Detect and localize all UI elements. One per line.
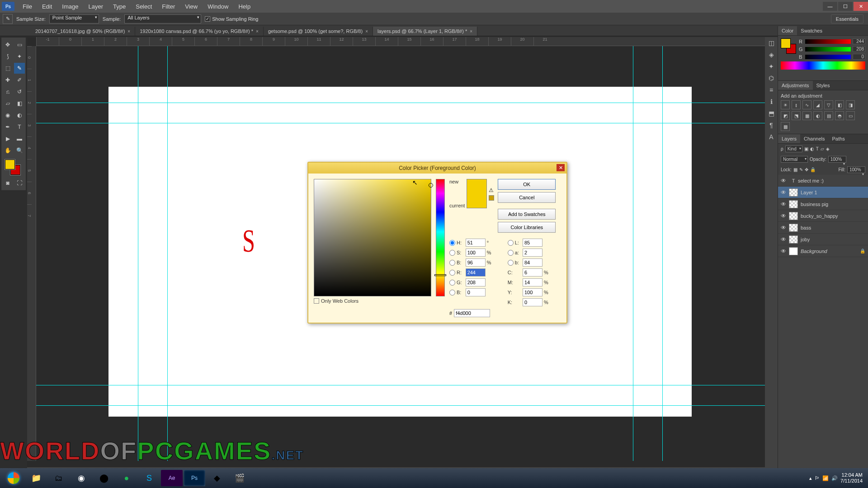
- sample-size-dropdown[interactable]: Point Sample: [49, 14, 99, 23]
- panel-icon[interactable]: ≡: [765, 84, 778, 96]
- menu-file[interactable]: File: [18, 1, 37, 12]
- visibility-icon[interactable]: 👁: [778, 201, 789, 207]
- adj-lookup-icon[interactable]: ▦: [802, 111, 811, 120]
- zoom-tool[interactable]: 🔍: [14, 145, 25, 156]
- visibility-icon[interactable]: 👁: [778, 189, 789, 196]
- menu-select[interactable]: Select: [131, 1, 156, 12]
- menu-edit[interactable]: Edit: [38, 1, 57, 12]
- dialog-close-button[interactable]: ✕: [557, 164, 565, 171]
- marquee-tool[interactable]: ▭: [14, 39, 25, 50]
- tab-styles[interactable]: Styles: [813, 81, 834, 90]
- menu-window[interactable]: Window: [203, 1, 233, 12]
- ruler-horizontal[interactable]: -10123456789101112131415161718192021: [36, 37, 771, 46]
- guide[interactable]: [36, 405, 771, 406]
- guide[interactable]: [36, 103, 771, 103]
- adj-thresh-icon[interactable]: ◓: [835, 111, 844, 120]
- adj-chanmix-icon[interactable]: ⬔: [792, 111, 801, 120]
- visibility-icon[interactable]: 👁: [778, 236, 789, 243]
- websafe-swatch[interactable]: [489, 195, 494, 201]
- spectrum-bar[interactable]: [781, 61, 865, 70]
- visibility-icon[interactable]: 👁: [778, 225, 789, 231]
- y-field[interactable]: [523, 288, 542, 296]
- tray-net-icon[interactable]: 📶: [822, 475, 829, 481]
- heal-tool[interactable]: ✚: [2, 75, 13, 85]
- adj-brightness-icon[interactable]: ☀: [781, 100, 790, 109]
- tab-paths[interactable]: Paths: [829, 134, 849, 143]
- wand-tool[interactable]: ✦: [14, 51, 25, 62]
- adj-curves-icon[interactable]: ∿: [802, 100, 811, 109]
- guide[interactable]: [633, 46, 633, 461]
- new-current-swatch[interactable]: [467, 179, 487, 208]
- shape-tool[interactable]: ▬: [14, 133, 25, 144]
- eyedropper-icon[interactable]: ✎: [3, 14, 13, 24]
- visibility-icon[interactable]: 👁: [778, 178, 789, 184]
- layer-row[interactable]: 👁bass: [778, 222, 868, 234]
- panel-icon[interactable]: A: [765, 131, 778, 143]
- path-select-tool[interactable]: ▶: [2, 133, 13, 144]
- color-libraries-button[interactable]: Color Libraries: [498, 222, 556, 233]
- close-icon[interactable]: ×: [365, 29, 368, 34]
- add-swatches-button[interactable]: Add to Swatches: [498, 209, 556, 220]
- tab-channels[interactable]: Channels: [800, 134, 828, 143]
- clock[interactable]: 12:04 AM 7/11/2014: [840, 472, 865, 484]
- guide[interactable]: [662, 46, 663, 461]
- doc-tab-2[interactable]: getsome.psd @ 100% (get some?, RGB/8)×: [264, 27, 373, 36]
- adj-photo-icon[interactable]: ◩: [781, 111, 790, 120]
- opacity-field[interactable]: 100%: [828, 156, 846, 163]
- panel-icon[interactable]: ◫: [765, 37, 778, 49]
- screenmode-tool[interactable]: ⛶: [14, 178, 25, 188]
- guide[interactable]: [36, 385, 771, 385]
- photoshop-task-icon[interactable]: Ps: [184, 470, 205, 486]
- ae-icon[interactable]: Ae: [161, 470, 183, 486]
- chrome-icon[interactable]: ◉: [71, 470, 92, 486]
- tab-color[interactable]: Color: [778, 26, 797, 35]
- tray-flag-icon[interactable]: 🏳: [815, 475, 820, 481]
- menu-filter[interactable]: Filter: [157, 1, 179, 12]
- adj-bw-icon[interactable]: ◨: [846, 100, 855, 109]
- layer-thumb[interactable]: [789, 188, 798, 197]
- doc-tab-3[interactable]: layers.psd @ 66.7% (Layer 1, RGB/8#) *×: [373, 27, 477, 36]
- b-radio[interactable]: [449, 260, 455, 266]
- saturation-value-field[interactable]: [314, 179, 431, 296]
- panel-icon[interactable]: ◈: [765, 49, 778, 61]
- layer-row[interactable]: 👁bucky_so_happy: [778, 210, 868, 222]
- dialog-titlebar[interactable]: Color Picker (Foreground Color) ✕: [308, 163, 566, 174]
- panel-icon[interactable]: ⌬: [765, 72, 778, 84]
- c-field[interactable]: [523, 268, 542, 277]
- layer-name[interactable]: joby: [801, 237, 810, 242]
- cancel-button[interactable]: Cancel: [498, 192, 556, 203]
- steam-icon[interactable]: ⬤: [93, 470, 115, 486]
- pen-tool[interactable]: ✒: [2, 122, 13, 132]
- ok-button[interactable]: OK: [498, 179, 556, 190]
- tab-adjustments[interactable]: Adjustments: [778, 81, 813, 90]
- web-colors-checkbox[interactable]: Only Web Colors: [314, 298, 431, 304]
- layer-row[interactable]: 👁Background🔒: [778, 245, 868, 257]
- dodge-tool[interactable]: ◐: [14, 110, 25, 121]
- start-button[interactable]: [3, 470, 24, 486]
- guide[interactable]: [36, 123, 771, 123]
- hue-slider[interactable]: [436, 179, 445, 296]
- layer-thumb[interactable]: [789, 235, 798, 244]
- doc-tab-0[interactable]: 20140707_161618.jpg @ 50% (RGB/8#)×: [31, 27, 135, 36]
- lock-pixel-icon[interactable]: ✎: [799, 167, 803, 172]
- blur-tool[interactable]: ◉: [2, 110, 13, 121]
- layer-thumb[interactable]: [789, 224, 798, 232]
- s-radio[interactable]: [449, 250, 455, 256]
- fg-swatch[interactable]: [781, 38, 791, 48]
- layer-thumb[interactable]: [789, 212, 798, 220]
- folder-icon[interactable]: 🗂: [48, 470, 70, 486]
- stamp-tool[interactable]: ⎌: [2, 86, 13, 97]
- explorer-icon[interactable]: 📁: [25, 470, 47, 486]
- filter-type-icon[interactable]: T: [816, 146, 819, 151]
- panel-icon[interactable]: ⬒: [765, 108, 778, 119]
- panel-icon[interactable]: ℹ: [765, 96, 778, 108]
- lasso-tool[interactable]: ⟆: [2, 51, 13, 62]
- r-value[interactable]: 244: [853, 38, 865, 44]
- layer-row[interactable]: 👁business pig: [778, 198, 868, 210]
- hex-field[interactable]: [454, 309, 490, 317]
- layer-name[interactable]: Layer 1: [801, 190, 817, 195]
- gradient-tool[interactable]: ◧: [14, 98, 25, 109]
- brush-tool[interactable]: ✐: [14, 75, 25, 85]
- app-icon[interactable]: 🎬: [229, 470, 250, 486]
- menu-type[interactable]: Type: [108, 1, 130, 12]
